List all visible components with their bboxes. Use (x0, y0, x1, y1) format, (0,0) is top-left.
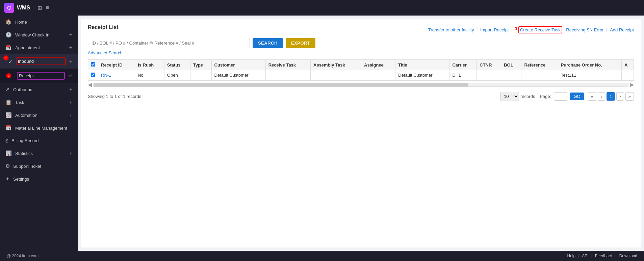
import-receipt-link[interactable]: Import Receipt (480, 27, 509, 32)
api-link[interactable]: API (582, 254, 588, 258)
advanced-search-toggle[interactable]: Advanced Search (88, 50, 634, 55)
page-1-button[interactable]: 1 (607, 92, 615, 101)
footer-sep-1: | (578, 254, 579, 258)
row-assembly-task (311, 70, 361, 81)
scroll-right-arrow[interactable]: ▶ (630, 81, 634, 88)
col-receive-task: Receive Task (265, 60, 310, 70)
sidebar-item-receipt[interactable]: 2 Receipt ☆ (0, 69, 78, 83)
first-page-button[interactable]: « (588, 92, 596, 101)
receipt-id-link[interactable]: RN-1 (101, 73, 111, 78)
sep-1: | (476, 27, 479, 32)
page-number-input[interactable] (554, 92, 567, 101)
footer-right: Help | API | Feedback | Download (567, 254, 637, 258)
create-receive-task-link[interactable]: Create Receive Task (518, 26, 562, 33)
scroll-left-arrow[interactable]: ◀ (88, 81, 92, 88)
row-checkbox[interactable] (91, 73, 95, 77)
row-receipt-id: RN-1 (98, 70, 135, 81)
table-row: RN-1 No Open Default Customer Default Cu… (88, 70, 634, 81)
expand-icon[interactable]: + (69, 32, 72, 38)
sidebar-item-settings[interactable]: ✦ Settings (0, 173, 78, 185)
feedback-link[interactable]: Feedback (595, 254, 613, 258)
row-carrier: DHL (449, 70, 477, 81)
row-checkbox-cell (88, 70, 98, 81)
search-button[interactable]: SEARCH (253, 38, 283, 48)
export-button[interactable]: EXPORT (286, 38, 315, 48)
sidebar-item-outbound[interactable]: ↗ Outbound + (0, 83, 78, 96)
col-a: A (622, 60, 634, 70)
star-icon[interactable]: ☆ (68, 73, 72, 78)
row-is-rush: No (135, 70, 164, 81)
statistics-icon: 📊 (5, 150, 12, 156)
sidebar-item-material-line-mgmt[interactable]: 📅 Material Line Management (0, 122, 78, 134)
showing-records-text: Showing 1 to 1 of 1 records (88, 94, 141, 99)
sidebar-item-label: Settings (13, 177, 72, 182)
select-all-checkbox[interactable] (91, 62, 95, 67)
sidebar-item-label: Support Ticket (13, 164, 72, 169)
topbar: ⬡ WMS ⊞ ≡ (0, 0, 644, 16)
annotation-badge-2: 2 (6, 73, 11, 78)
expand-icon[interactable]: + (69, 45, 72, 51)
sep-2: | (511, 27, 514, 32)
sidebar-item-inbound[interactable]: 1 ↙ Inbound + (0, 54, 78, 69)
sidebar-item-task[interactable]: 📋 Task + (0, 96, 78, 109)
automation-icon: 📈 (5, 112, 12, 118)
row-purchase-order-no: Test111 (558, 70, 621, 81)
sidebar-item-support-ticket[interactable]: ⚙ Support Ticket (0, 160, 78, 173)
grid-icon-button[interactable]: ⊞ (35, 3, 44, 12)
receiving-sn-error-link[interactable]: Receiving SN Error (566, 27, 603, 32)
sidebar-item-label: Billing Record (11, 138, 72, 143)
menu-icon-button[interactable]: ≡ (44, 3, 51, 12)
table-footer: Showing 1 to 1 of 1 records 10 25 50 100… (88, 92, 634, 101)
col-bol: BOL (501, 60, 521, 70)
search-input[interactable] (88, 38, 250, 48)
records-label: records (520, 94, 535, 99)
support-icon: ⚙ (5, 163, 10, 169)
col-title: Title (395, 60, 449, 70)
col-assembly-task: Assembly Task (311, 60, 361, 70)
help-link[interactable]: Help (567, 254, 576, 258)
expand-icon[interactable]: + (69, 150, 72, 156)
next-page-button[interactable]: › (616, 92, 624, 101)
sidebar-item-billing-record[interactable]: $ Billing Record (0, 134, 78, 147)
sidebar-item-label: Task (15, 100, 66, 105)
col-reference: Reference (521, 60, 558, 70)
col-ctnr: CTNR (477, 60, 501, 70)
records-per-page-select[interactable]: 10 25 50 100 (500, 92, 519, 101)
last-page-button[interactable]: » (625, 92, 634, 101)
footer: @ 2024 item.com Help | API | Feedback | … (0, 251, 644, 261)
logo-icon: ⬡ (4, 3, 14, 13)
prev-page-button[interactable]: ‹ (598, 92, 605, 101)
main-layout: 🏠 Home 🕐 Window Check In + 📅 Appointment… (0, 16, 644, 251)
sidebar: 🏠 Home 🕐 Window Check In + 📅 Appointment… (0, 16, 78, 251)
header-links: Transfer to other facility | Import Rece… (428, 26, 634, 32)
add-receipt-link[interactable]: Add Receipt (610, 27, 634, 32)
sidebar-item-appointment[interactable]: 📅 Appointment + (0, 41, 78, 54)
header-checkbox-cell (88, 60, 98, 70)
expand-icon[interactable]: + (69, 99, 72, 105)
logo: ⬡ WMS (4, 3, 30, 13)
settings-icon: ✦ (5, 176, 10, 182)
sidebar-sub-inbound: 2 Receipt ☆ (0, 69, 78, 83)
annotation-badge-3: 3 (515, 26, 517, 30)
go-button[interactable]: GO (570, 93, 584, 100)
receipt-table: Receipt ID Is Rush Status Type Customer … (88, 59, 634, 81)
inbound-icon: ↙ (8, 58, 12, 64)
download-link[interactable]: Download (619, 254, 637, 258)
row-title: Default Customer (395, 70, 449, 81)
sidebar-item-statistics[interactable]: 📊 Statistics + (0, 147, 78, 160)
sidebar-item-label: Appointment (15, 45, 66, 50)
sidebar-item-window-check-in[interactable]: 🕐 Window Check In + (0, 28, 78, 41)
expand-icon[interactable]: + (69, 86, 72, 93)
search-row: SEARCH EXPORT (88, 38, 634, 48)
footer-sep-3: | (616, 254, 617, 258)
expand-icon[interactable]: + (69, 58, 72, 64)
sidebar-item-home[interactable]: 🏠 Home (0, 16, 78, 28)
row-status: Open (164, 70, 190, 81)
table-body: RN-1 No Open Default Customer Default Cu… (88, 70, 634, 81)
clock-icon: 🕐 (5, 32, 12, 38)
transfer-to-facility-link[interactable]: Transfer to other facility (428, 27, 474, 32)
expand-icon[interactable]: + (69, 112, 72, 118)
sidebar-item-automation[interactable]: 📈 Automation + (0, 109, 78, 122)
material-icon: 📅 (5, 125, 12, 131)
calendar-icon: 📅 (5, 45, 12, 51)
